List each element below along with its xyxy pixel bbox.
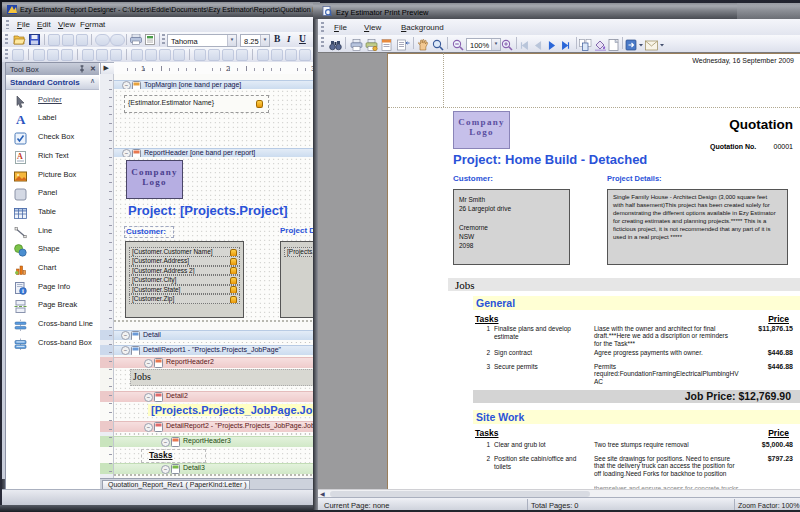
svg-text:A: A: [16, 113, 26, 126]
svg-text:A: A: [17, 152, 23, 161]
svg-text:i: i: [22, 287, 24, 294]
